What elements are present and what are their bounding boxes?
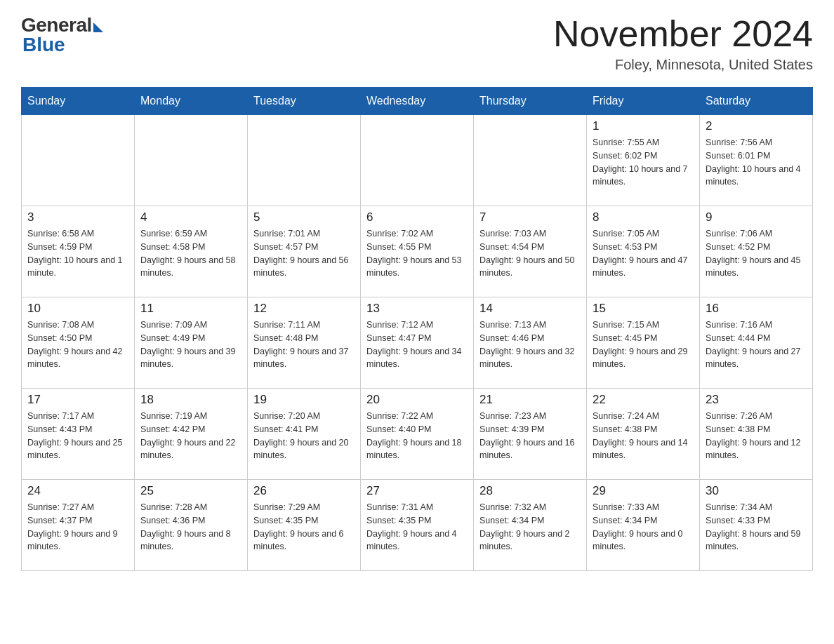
day-info: Sunrise: 7:24 AMSunset: 4:38 PMDaylight:… [593, 410, 694, 462]
calendar-week-row: 17Sunrise: 7:17 AMSunset: 4:43 PMDayligh… [22, 389, 813, 480]
day-number: 28 [479, 484, 581, 498]
day-info: Sunrise: 7:03 AMSunset: 4:54 PMDaylight:… [479, 227, 581, 280]
month-title: November 2024 [553, 14, 813, 54]
day-info: Sunrise: 6:58 AMSunset: 4:59 PMDaylight:… [27, 227, 128, 280]
day-info: Sunrise: 7:06 AMSunset: 4:52 PMDaylight:… [706, 227, 807, 280]
calendar-day-cell: 2Sunrise: 7:56 AMSunset: 6:01 PMDaylight… [700, 115, 813, 206]
calendar-day-cell: 13Sunrise: 7:12 AMSunset: 4:47 PMDayligh… [361, 297, 474, 389]
day-number: 3 [27, 210, 128, 224]
day-number: 6 [366, 210, 468, 224]
day-info: Sunrise: 7:17 AMSunset: 4:43 PMDaylight:… [27, 410, 128, 462]
day-number: 2 [706, 119, 807, 133]
day-number: 27 [366, 484, 468, 498]
calendar-day-cell: 26Sunrise: 7:29 AMSunset: 4:35 PMDayligh… [248, 480, 361, 571]
day-number: 8 [593, 210, 694, 224]
day-number: 11 [140, 302, 241, 316]
day-number: 25 [140, 484, 241, 498]
day-info: Sunrise: 7:56 AMSunset: 6:01 PMDaylight:… [706, 136, 807, 189]
day-of-week-header: Wednesday [361, 88, 474, 115]
calendar-day-cell: 8Sunrise: 7:05 AMSunset: 4:53 PMDaylight… [587, 206, 700, 297]
day-of-week-header: Friday [587, 88, 700, 115]
calendar-table: SundayMondayTuesdayWednesdayThursdayFrid… [21, 87, 813, 571]
day-number: 20 [366, 393, 468, 407]
calendar-week-row: 10Sunrise: 7:08 AMSunset: 4:50 PMDayligh… [22, 297, 813, 389]
calendar-day-cell: 18Sunrise: 7:19 AMSunset: 4:42 PMDayligh… [135, 389, 248, 480]
day-info: Sunrise: 7:26 AMSunset: 4:38 PMDaylight:… [706, 410, 807, 462]
day-info: Sunrise: 7:29 AMSunset: 4:35 PMDaylight:… [253, 501, 355, 554]
day-number: 15 [593, 302, 694, 316]
calendar-day-cell: 29Sunrise: 7:33 AMSunset: 4:34 PMDayligh… [587, 480, 700, 571]
calendar-day-cell: 12Sunrise: 7:11 AMSunset: 4:48 PMDayligh… [248, 297, 361, 389]
day-number: 9 [706, 210, 807, 224]
day-of-week-header: Monday [135, 88, 248, 115]
calendar-day-cell: 23Sunrise: 7:26 AMSunset: 4:38 PMDayligh… [700, 389, 813, 480]
calendar-day-cell [22, 115, 135, 206]
calendar-day-cell: 7Sunrise: 7:03 AMSunset: 4:54 PMDaylight… [474, 206, 587, 297]
calendar-day-cell: 30Sunrise: 7:34 AMSunset: 4:33 PMDayligh… [700, 480, 813, 571]
calendar-day-cell: 25Sunrise: 7:28 AMSunset: 4:36 PMDayligh… [135, 480, 248, 571]
day-info: Sunrise: 7:16 AMSunset: 4:44 PMDaylight:… [706, 318, 807, 371]
day-info: Sunrise: 6:59 AMSunset: 4:58 PMDaylight:… [140, 227, 241, 280]
day-number: 13 [366, 302, 468, 316]
calendar-week-row: 24Sunrise: 7:27 AMSunset: 4:37 PMDayligh… [22, 480, 813, 571]
day-info: Sunrise: 7:05 AMSunset: 4:53 PMDaylight:… [593, 227, 694, 280]
calendar-day-cell: 17Sunrise: 7:17 AMSunset: 4:43 PMDayligh… [22, 389, 135, 480]
calendar-day-cell: 14Sunrise: 7:13 AMSunset: 4:46 PMDayligh… [474, 297, 587, 389]
day-number: 4 [140, 210, 241, 224]
day-number: 22 [593, 393, 694, 407]
day-info: Sunrise: 7:19 AMSunset: 4:42 PMDaylight:… [140, 410, 241, 462]
calendar-day-cell [135, 115, 248, 206]
calendar-day-cell: 28Sunrise: 7:32 AMSunset: 4:34 PMDayligh… [474, 480, 587, 571]
day-info: Sunrise: 7:11 AMSunset: 4:48 PMDaylight:… [253, 318, 355, 371]
day-number: 30 [706, 484, 807, 498]
day-info: Sunrise: 7:01 AMSunset: 4:57 PMDaylight:… [253, 227, 355, 280]
day-info: Sunrise: 7:15 AMSunset: 4:45 PMDaylight:… [593, 318, 694, 371]
day-number: 1 [593, 119, 694, 133]
day-info: Sunrise: 7:02 AMSunset: 4:55 PMDaylight:… [366, 227, 468, 280]
day-of-week-header: Sunday [22, 88, 135, 115]
day-number: 21 [479, 393, 581, 407]
day-info: Sunrise: 7:31 AMSunset: 4:35 PMDaylight:… [366, 501, 468, 554]
day-number: 26 [253, 484, 355, 498]
calendar-day-cell: 1Sunrise: 7:55 AMSunset: 6:02 PMDaylight… [587, 115, 700, 206]
calendar-day-cell: 5Sunrise: 7:01 AMSunset: 4:57 PMDaylight… [248, 206, 361, 297]
page-header: General Blue November 2024 Foley, Minnes… [21, 14, 813, 73]
day-info: Sunrise: 7:20 AMSunset: 4:41 PMDaylight:… [253, 410, 355, 462]
day-info: Sunrise: 7:27 AMSunset: 4:37 PMDaylight:… [27, 501, 128, 554]
day-number: 18 [140, 393, 241, 407]
calendar-day-cell [361, 115, 474, 206]
day-number: 12 [253, 302, 355, 316]
calendar-day-cell: 4Sunrise: 6:59 AMSunset: 4:58 PMDaylight… [135, 206, 248, 297]
logo: General Blue [21, 14, 103, 56]
calendar-day-cell: 6Sunrise: 7:02 AMSunset: 4:55 PMDaylight… [361, 206, 474, 297]
calendar-day-cell: 22Sunrise: 7:24 AMSunset: 4:38 PMDayligh… [587, 389, 700, 480]
calendar-day-cell [474, 115, 587, 206]
calendar-header-row: SundayMondayTuesdayWednesdayThursdayFrid… [22, 88, 813, 115]
calendar-day-cell: 15Sunrise: 7:15 AMSunset: 4:45 PMDayligh… [587, 297, 700, 389]
day-number: 23 [706, 393, 807, 407]
title-section: November 2024 Foley, Minnesota, United S… [553, 14, 813, 73]
calendar-day-cell: 20Sunrise: 7:22 AMSunset: 4:40 PMDayligh… [361, 389, 474, 480]
day-number: 29 [593, 484, 694, 498]
calendar-day-cell: 16Sunrise: 7:16 AMSunset: 4:44 PMDayligh… [700, 297, 813, 389]
calendar-day-cell: 19Sunrise: 7:20 AMSunset: 4:41 PMDayligh… [248, 389, 361, 480]
day-info: Sunrise: 7:13 AMSunset: 4:46 PMDaylight:… [479, 318, 581, 371]
location-text: Foley, Minnesota, United States [553, 57, 813, 73]
logo-arrow-icon [93, 22, 103, 32]
day-info: Sunrise: 7:12 AMSunset: 4:47 PMDaylight:… [366, 318, 468, 371]
calendar-day-cell: 27Sunrise: 7:31 AMSunset: 4:35 PMDayligh… [361, 480, 474, 571]
calendar-day-cell: 24Sunrise: 7:27 AMSunset: 4:37 PMDayligh… [22, 480, 135, 571]
day-info: Sunrise: 7:32 AMSunset: 4:34 PMDaylight:… [479, 501, 581, 554]
calendar-week-row: 1Sunrise: 7:55 AMSunset: 6:02 PMDaylight… [22, 115, 813, 206]
day-info: Sunrise: 7:23 AMSunset: 4:39 PMDaylight:… [479, 410, 581, 462]
day-info: Sunrise: 7:33 AMSunset: 4:34 PMDaylight:… [593, 501, 694, 554]
calendar-day-cell: 21Sunrise: 7:23 AMSunset: 4:39 PMDayligh… [474, 389, 587, 480]
day-number: 19 [253, 393, 355, 407]
day-number: 7 [479, 210, 581, 224]
day-info: Sunrise: 7:34 AMSunset: 4:33 PMDaylight:… [706, 501, 807, 554]
calendar-day-cell: 10Sunrise: 7:08 AMSunset: 4:50 PMDayligh… [22, 297, 135, 389]
day-number: 24 [27, 484, 128, 498]
day-of-week-header: Thursday [474, 88, 587, 115]
day-of-week-header: Tuesday [248, 88, 361, 115]
day-of-week-header: Saturday [700, 88, 813, 115]
